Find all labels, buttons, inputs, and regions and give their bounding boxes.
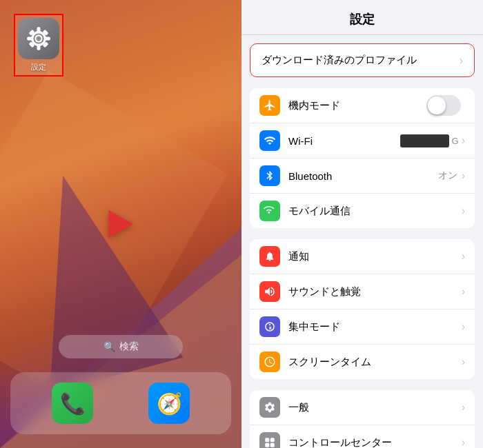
cellular-chevron: ›	[462, 205, 465, 217]
svg-rect-12	[270, 438, 275, 442]
cellular-icon	[259, 201, 280, 221]
bluetooth-row[interactable]: Bluetooth オン ›	[250, 159, 475, 194]
general-label: 一般	[288, 401, 462, 414]
notifications-label: 通知	[288, 250, 462, 263]
phone-app-icon[interactable]: 📞	[52, 383, 93, 424]
phone-icon: 📞	[60, 391, 86, 416]
screentime-row[interactable]: スクリーンタイム ›	[250, 345, 475, 379]
airplane-mode-label: 機内モード	[288, 99, 426, 112]
svg-rect-3	[27, 37, 32, 40]
general-row[interactable]: 一般 ›	[250, 390, 475, 425]
notifications-row[interactable]: 通知 ›	[250, 239, 475, 274]
screentime-label: スクリーンタイム	[288, 356, 462, 369]
settings-title: 設定	[255, 11, 469, 28]
toggle-knob	[428, 96, 446, 114]
bluetooth-icon	[259, 165, 280, 186]
svg-point-10	[37, 37, 41, 41]
sounds-label: サウンドと触覚	[288, 285, 462, 298]
bluetooth-chevron: ›	[462, 170, 465, 182]
sounds-chevron: ›	[462, 285, 465, 298]
controlcenter-label: コントロールセンター	[288, 436, 462, 449]
svg-rect-1	[37, 27, 40, 32]
controlcenter-chevron: ›	[462, 436, 465, 448]
settings-app-container[interactable]: 設定	[14, 14, 63, 77]
focus-icon	[259, 316, 280, 337]
controlcenter-icon	[259, 432, 280, 448]
search-bar[interactable]: 🔍 検索	[59, 335, 183, 358]
search-icon: 🔍	[103, 341, 115, 352]
bluetooth-label: Bluetooth	[288, 170, 438, 182]
sounds-icon	[259, 281, 280, 302]
safari-app-icon[interactable]: 🧭	[148, 383, 190, 424]
settings-app-label: 設定	[18, 62, 59, 72]
airplane-icon	[259, 95, 280, 116]
cellular-row[interactable]: モバイル通信 ›	[250, 194, 475, 228]
download-profile-banner[interactable]: ダウンロード済みのプロファイル ›	[250, 43, 475, 77]
svg-rect-11	[265, 438, 269, 442]
airplane-mode-row[interactable]: 機内モード	[250, 88, 475, 123]
airplane-mode-toggle[interactable]	[426, 95, 461, 116]
screentime-icon	[259, 352, 280, 372]
settings-panel: 設定 ダウンロード済みのプロファイル › 機内モード	[241, 0, 483, 448]
notifications-group: 通知 › サウンドと触覚 › 集中モード ›	[250, 239, 475, 379]
svg-rect-13	[265, 443, 269, 447]
general-group: 一般 › コントロールセンター › 画面表示と明る	[250, 390, 475, 448]
notifications-icon	[259, 246, 280, 267]
general-chevron: ›	[462, 401, 465, 414]
download-profile-chevron: ›	[460, 54, 463, 67]
wifi-row[interactable]: Wi-Fi ■■■■■■■ G ›	[250, 123, 475, 159]
settings-app-icon[interactable]	[18, 18, 59, 59]
svg-rect-2	[37, 45, 40, 50]
svg-rect-4	[45, 37, 50, 40]
home-screen: 設定 🔍 検索 📞 🧭	[0, 0, 241, 448]
wifi-icon	[259, 130, 280, 151]
focus-row[interactable]: 集中モード ›	[250, 309, 475, 345]
focus-label: 集中モード	[288, 320, 462, 334]
safari-icon: 🧭	[157, 391, 182, 416]
controlcenter-row[interactable]: コントロールセンター ›	[250, 425, 475, 448]
settings-header: 設定	[241, 0, 483, 35]
sounds-row[interactable]: サウンドと触覚 ›	[250, 274, 475, 309]
connectivity-group: 機内モード Wi-Fi ■■■■■■■ G › Bluet	[250, 88, 475, 228]
wifi-label: Wi-Fi	[288, 135, 400, 147]
focus-chevron: ›	[462, 320, 465, 333]
general-icon	[259, 397, 280, 418]
download-profile-label: ダウンロード済みのプロファイル	[262, 54, 417, 67]
bluetooth-value: オン	[438, 170, 457, 182]
notifications-chevron: ›	[462, 250, 465, 263]
direction-arrow	[109, 210, 133, 238]
svg-rect-14	[270, 443, 275, 447]
wifi-network-value: ■■■■■■■	[400, 134, 449, 147]
wifi-network-suffix: G	[452, 136, 459, 146]
arrow-container	[109, 210, 133, 238]
cellular-label: モバイル通信	[288, 205, 462, 218]
dock: 📞 🧭	[10, 372, 231, 434]
search-label: 検索	[119, 340, 139, 353]
screentime-chevron: ›	[462, 356, 465, 368]
wifi-chevron: ›	[462, 134, 465, 147]
